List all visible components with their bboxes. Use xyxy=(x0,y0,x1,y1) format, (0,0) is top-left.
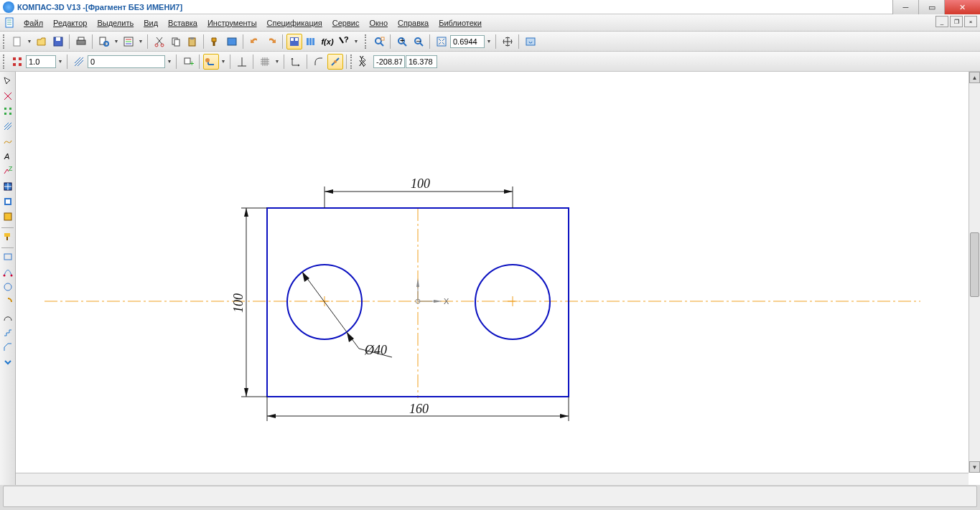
redo-button[interactable] xyxy=(263,34,279,49)
layer-dropdown-icon[interactable]: ▼ xyxy=(166,59,173,64)
format-tool[interactable] xyxy=(1,230,15,244)
save-button[interactable] xyxy=(50,34,66,49)
ortho-dropdown-icon[interactable]: ▼ xyxy=(220,59,227,64)
mdi-restore-button[interactable]: ❐ xyxy=(950,16,963,27)
box-tool[interactable] xyxy=(1,250,15,264)
menu-help[interactable]: Справка xyxy=(393,17,434,29)
text-tool[interactable]: A xyxy=(1,149,15,164)
coords-local-button[interactable] xyxy=(288,54,304,70)
drawing-canvas[interactable]: X 100 100 xyxy=(16,72,980,485)
pan-button[interactable] xyxy=(500,34,515,49)
svg-rect-6 xyxy=(56,37,60,41)
mdi-close-button[interactable]: × xyxy=(964,16,977,27)
format-painter-button[interactable] xyxy=(207,34,223,49)
dimensions-tool[interactable] xyxy=(1,104,15,118)
layer-plus-button[interactable]: + xyxy=(180,54,196,70)
help-dropdown-icon[interactable]: ▼ xyxy=(353,39,360,44)
scroll-down-arrow-icon[interactable]: ▼ xyxy=(969,461,980,473)
open-button[interactable] xyxy=(34,34,50,49)
new-doc-button[interactable] xyxy=(9,34,25,49)
arc-tool[interactable] xyxy=(1,295,15,309)
toolbar-grip-icon[interactable] xyxy=(3,55,7,69)
coord-y-input[interactable] xyxy=(406,55,437,68)
svg-text:160: 160 xyxy=(409,402,429,416)
scale-input[interactable] xyxy=(26,55,56,68)
roughness-tool[interactable]: z xyxy=(1,164,15,179)
paste-button[interactable] xyxy=(185,34,200,49)
snap-grid-button[interactable] xyxy=(9,54,25,70)
variables-button[interactable]: f(x) xyxy=(319,34,335,49)
menu-edit[interactable]: Редактор xyxy=(48,17,92,29)
menu-tools[interactable]: Инструменты xyxy=(202,17,262,29)
menu-window[interactable]: Окно xyxy=(364,17,393,29)
more-tool[interactable] xyxy=(1,355,15,369)
geometry-tool[interactable] xyxy=(1,89,15,103)
toolbar-grip-icon[interactable] xyxy=(365,34,369,49)
zoom-out-button[interactable]: – xyxy=(411,34,426,49)
app-icon xyxy=(3,1,14,13)
window-close-button[interactable]: ✕ xyxy=(944,0,980,14)
scroll-thumb[interactable] xyxy=(970,232,979,297)
select-tool[interactable] xyxy=(1,74,15,88)
scroll-up-arrow-icon[interactable]: ▲ xyxy=(969,72,980,83)
window-minimize-button[interactable]: ─ xyxy=(892,0,918,14)
hatch-tool[interactable] xyxy=(1,119,15,133)
menu-file[interactable]: Файл xyxy=(19,17,48,29)
vertical-scrollbar[interactable]: ▲ ▼ xyxy=(969,72,980,473)
undo-button[interactable] xyxy=(247,34,263,49)
style-button[interactable] xyxy=(224,34,240,49)
preview-dropdown-icon[interactable]: ▼ xyxy=(113,39,120,44)
round-button[interactable] xyxy=(311,54,327,70)
svg-text:+: + xyxy=(400,36,404,44)
refresh-button[interactable] xyxy=(523,34,538,49)
curve-edit-tool[interactable] xyxy=(1,265,15,279)
toolbar-grip-icon[interactable] xyxy=(350,55,355,69)
menu-spec[interactable]: Спецификация xyxy=(262,17,327,29)
new-doc-dropdown-icon[interactable]: ▼ xyxy=(26,39,33,44)
horizontal-scrollbar[interactable] xyxy=(16,473,969,485)
menu-select[interactable]: Выделить xyxy=(92,17,139,29)
zoom-value-input[interactable] xyxy=(450,35,485,48)
scale-dropdown-icon[interactable]: ▼ xyxy=(57,59,64,64)
table-tool[interactable] xyxy=(1,179,15,194)
layer-input[interactable] xyxy=(88,55,165,68)
chamfer-tool[interactable] xyxy=(1,340,15,354)
circle-tool[interactable] xyxy=(1,280,15,294)
snap-on-button[interactable] xyxy=(327,54,343,70)
coord-x-input[interactable] xyxy=(373,55,405,68)
grid-button[interactable] xyxy=(257,54,273,70)
properties-button[interactable] xyxy=(121,34,136,49)
doc-title: [Фрагмент БЕЗ ИМЕНИ7] xyxy=(85,3,182,11)
libraries-button[interactable] xyxy=(303,34,319,49)
props-dropdown-icon[interactable]: ▼ xyxy=(137,39,144,44)
zoom-window-button[interactable] xyxy=(371,34,387,49)
menu-insert[interactable]: Вставка xyxy=(163,17,202,29)
menu-libs[interactable]: Библиотеки xyxy=(434,17,487,29)
manager-button[interactable] xyxy=(286,34,302,49)
preview-button[interactable] xyxy=(96,34,112,49)
zoom-in-button[interactable]: + xyxy=(394,34,410,49)
print-button[interactable] xyxy=(73,34,89,49)
spec-tool[interactable] xyxy=(1,209,15,224)
mdi-minimize-button[interactable]: _ xyxy=(935,16,948,27)
menu-view[interactable]: Вид xyxy=(139,17,163,29)
grid-dropdown-icon[interactable]: ▼ xyxy=(274,59,281,64)
layer-hatch-button[interactable] xyxy=(71,54,87,70)
doc-menu-icon[interactable] xyxy=(4,17,16,29)
dimension-100-top: 100 xyxy=(325,176,513,208)
zoom-dropdown-icon[interactable]: ▼ xyxy=(485,39,493,44)
menu-service[interactable]: Сервис xyxy=(327,17,365,29)
copy-button[interactable] xyxy=(168,34,184,49)
window-maximize-button[interactable]: ▭ xyxy=(918,0,944,14)
spline-tool[interactable] xyxy=(1,134,15,148)
snap-chain-tool[interactable] xyxy=(1,325,15,339)
doc-tree-tool[interactable] xyxy=(1,194,15,209)
perpendicular-button[interactable] xyxy=(234,54,250,70)
toolbar-grip-icon[interactable] xyxy=(3,34,7,49)
ellipse-tool[interactable] xyxy=(1,310,15,324)
zoom-fit-button[interactable] xyxy=(434,34,449,49)
coords-yx-button[interactable]: YX xyxy=(357,54,373,70)
cut-button[interactable] xyxy=(151,34,167,49)
ortho-button[interactable] xyxy=(203,54,219,70)
help-context-button[interactable]: ? xyxy=(336,34,352,49)
